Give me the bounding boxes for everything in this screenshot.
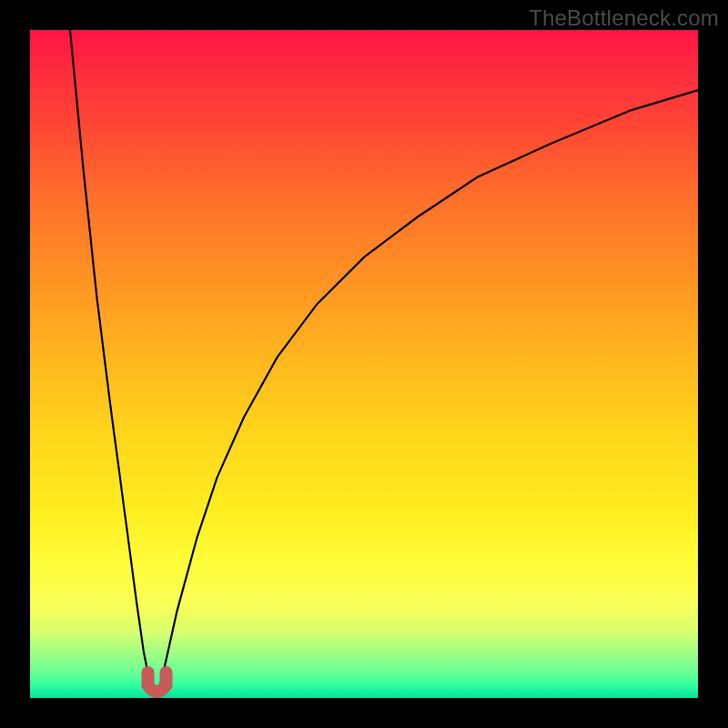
minimum-marker [148, 672, 167, 692]
curve-left-branch [70, 30, 157, 698]
watermark-text: TheBottleneck.com [529, 5, 719, 31]
plot-area [30, 30, 698, 698]
curve-right-branch [157, 90, 699, 698]
chart-frame: TheBottleneck.com [0, 0, 728, 728]
curve-layer [30, 30, 698, 698]
